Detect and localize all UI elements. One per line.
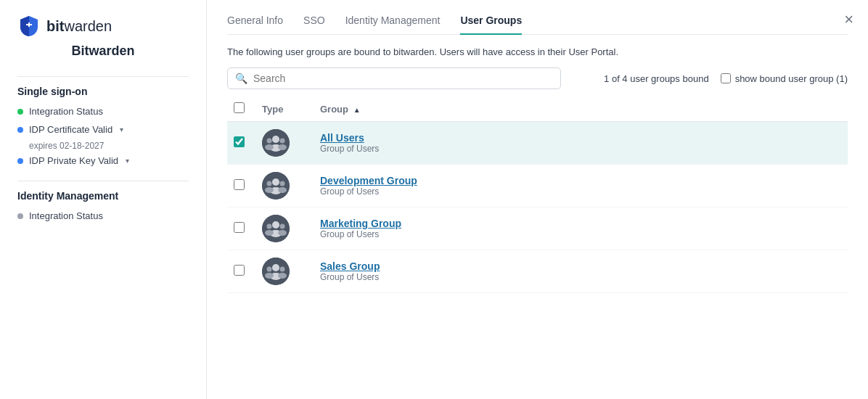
toolbar: 🔍 1 of 4 user groups bound show bound us… — [227, 67, 848, 89]
svg-point-13 — [278, 187, 287, 193]
page-description: The following user groups are bound to b… — [227, 46, 848, 57]
sidebar: bitwarden Bitwarden Single sign-on Integ… — [0, 0, 207, 399]
status-dot-gray — [17, 213, 23, 219]
svg-point-17 — [267, 224, 272, 229]
table-header-row: Type Group ▲ — [227, 96, 848, 122]
group-name[interactable]: Development Group — [320, 175, 839, 186]
row-checkbox-cell — [227, 165, 253, 207]
row-checkbox[interactable] — [234, 265, 245, 276]
svg-point-5 — [280, 139, 285, 144]
search-box: 🔍 — [227, 67, 561, 89]
bound-info: 1 of 4 user groups bound — [604, 73, 709, 84]
table-row: Marketing Group Group of Users — [227, 207, 848, 250]
sidebar-divider — [17, 76, 189, 77]
svg-point-20 — [278, 230, 287, 236]
table-row: Sales Group Group of Users — [227, 250, 848, 293]
close-button[interactable]: × — [844, 12, 853, 28]
cert-expiry: expires 02-18-2027 — [29, 141, 189, 151]
th-group: Group ▲ — [311, 96, 848, 122]
row-type-cell — [253, 122, 311, 165]
svg-point-11 — [265, 187, 274, 193]
sidebar-item-idp-key[interactable]: IDP Private Key Valid ▾ — [17, 154, 189, 168]
row-group-cell: All Users Group of Users — [311, 122, 848, 165]
svg-point-8 — [272, 178, 279, 186]
status-dot-green — [17, 109, 23, 115]
sidebar-item-label: Integration Status — [29, 106, 103, 117]
show-bound-label[interactable]: show bound user group (1) — [721, 73, 848, 84]
svg-point-22 — [272, 264, 279, 271]
svg-point-6 — [278, 144, 287, 150]
svg-point-24 — [267, 267, 272, 272]
chevron-down-icon: ▾ — [120, 126, 123, 133]
table-row: Development Group Group of Users — [227, 165, 848, 207]
groups-table: Type Group ▲ — [227, 96, 848, 293]
search-input[interactable] — [253, 73, 553, 84]
modal: bitwarden Bitwarden Single sign-on Integ… — [0, 0, 868, 399]
sidebar-item-integration-status[interactable]: Integration Status — [17, 104, 189, 118]
svg-point-26 — [280, 267, 285, 272]
tab-bar: General Info SSO Identity Management Use… — [227, 15, 848, 35]
row-group-cell: Marketing Group Group of Users — [311, 207, 848, 250]
bitwarden-logo-icon — [17, 15, 41, 38]
groups-table-container: Type Group ▲ — [227, 96, 848, 399]
group-name[interactable]: Sales Group — [320, 260, 839, 272]
sidebar-item-label: IDP Certificate Valid — [29, 124, 112, 135]
search-icon: 🔍 — [235, 73, 247, 84]
svg-point-1 — [272, 136, 279, 143]
sort-asc-icon[interactable]: ▲ — [353, 106, 361, 114]
svg-point-10 — [267, 181, 272, 186]
row-type-cell — [253, 250, 311, 293]
sidebar-divider-2 — [17, 181, 189, 181]
sidebar-item-label: Integration Status — [29, 210, 103, 221]
svg-point-19 — [280, 224, 285, 229]
group-name[interactable]: Marketing Group — [320, 218, 839, 229]
tab-general-info[interactable]: General Info — [227, 15, 283, 35]
svg-point-27 — [278, 273, 287, 279]
sidebar-item-label: IDP Private Key Valid — [29, 155, 118, 166]
row-checkbox[interactable] — [234, 136, 245, 147]
logo-text: bitwarden — [46, 18, 112, 35]
group-avatar — [262, 172, 290, 200]
svg-point-4 — [265, 144, 274, 150]
row-type-cell — [253, 165, 311, 207]
group-avatar — [262, 129, 290, 157]
group-type: Group of Users — [320, 272, 839, 282]
show-bound-text: show bound user group (1) — [735, 73, 848, 84]
status-dot-blue-2 — [17, 158, 23, 164]
svg-point-18 — [265, 230, 274, 236]
app-name: Bitwarden — [17, 44, 189, 59]
group-avatar — [262, 258, 290, 285]
row-checkbox[interactable] — [234, 179, 245, 190]
th-group-label: Group — [320, 104, 348, 115]
select-all-checkbox[interactable] — [234, 102, 245, 113]
sso-section-title: Single sign-on — [17, 86, 189, 97]
row-group-cell: Development Group Group of Users — [311, 165, 848, 207]
show-bound-checkbox[interactable] — [721, 73, 731, 83]
group-name[interactable]: All Users — [320, 132, 839, 144]
group-avatar — [262, 215, 290, 242]
group-type: Group of Users — [320, 186, 839, 197]
svg-point-3 — [267, 139, 272, 144]
sidebar-item-idm-integration[interactable]: Integration Status — [17, 209, 189, 223]
row-checkbox-cell — [227, 207, 253, 250]
logo-area: bitwarden — [17, 15, 189, 38]
table-row: All Users Group of Users — [227, 122, 848, 165]
group-type: Group of Users — [320, 229, 839, 239]
th-type: Type — [253, 96, 311, 122]
svg-point-25 — [265, 273, 274, 279]
sidebar-item-idp-cert[interactable]: IDP Certificate Valid ▾ — [17, 123, 189, 136]
tab-user-groups[interactable]: User Groups — [460, 15, 522, 35]
group-type: Group of Users — [320, 144, 839, 154]
status-dot-blue — [17, 127, 23, 133]
svg-point-12 — [280, 181, 285, 186]
tab-identity-management[interactable]: Identity Management — [345, 15, 441, 35]
idm-section-title: Identity Management — [17, 190, 189, 202]
row-group-cell: Sales Group Group of Users — [311, 250, 848, 293]
row-checkbox-cell — [227, 122, 253, 165]
main-content: × General Info SSO Identity Management U… — [207, 0, 868, 399]
svg-point-15 — [272, 221, 279, 229]
row-checkbox-cell — [227, 250, 253, 293]
row-checkbox[interactable] — [234, 222, 245, 233]
th-checkbox — [227, 96, 253, 122]
tab-sso[interactable]: SSO — [303, 15, 325, 35]
